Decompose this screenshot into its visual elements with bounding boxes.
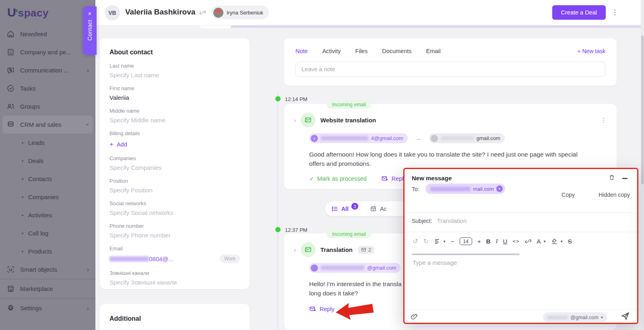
- copy-link-icon[interactable]: [199, 9, 206, 16]
- position-field[interactable]: Specify Position: [109, 187, 240, 194]
- kebab-menu-icon[interactable]: ⋮: [611, 8, 618, 16]
- incoming-envelope-icon: [301, 113, 316, 128]
- social-networks-field[interactable]: Specify Social networks: [109, 209, 240, 216]
- cc-button[interactable]: Copy: [561, 192, 575, 198]
- additional-card: Additional: [100, 304, 250, 330]
- sidebar-item-label: Newsfeed: [20, 31, 47, 37]
- minimize-icon[interactable]: [622, 178, 627, 179]
- filter-activity-button[interactable]: Ac: [370, 205, 386, 212]
- companies-field[interactable]: Specify Companies: [109, 164, 240, 171]
- email-subject[interactable]: Translation: [320, 246, 353, 253]
- sidebar-item-crm-and-sales[interactable]: CRM and sales ›: [2, 116, 93, 134]
- sidebar-item-smart-objects[interactable]: Smart objects ›: [0, 260, 95, 278]
- phone-number-field[interactable]: Specify Phone number: [109, 232, 240, 239]
- trash-icon[interactable]: [609, 174, 615, 181]
- add-billing-details-button[interactable]: +Add: [109, 140, 240, 148]
- text-color-icon[interactable]: A: [537, 238, 541, 245]
- tab-note[interactable]: Note: [295, 48, 308, 54]
- responsible-user-pill[interactable]: Iryna Serbeniuk: [211, 6, 269, 19]
- sidebar-item-newsfeed[interactable]: Newsfeed: [0, 25, 95, 43]
- note-input[interactable]: [295, 62, 605, 77]
- tab-files[interactable]: Files: [355, 48, 368, 54]
- sidebar-item-label: Marketplace: [20, 285, 53, 292]
- scrollbar-track[interactable]: [641, 0, 644, 330]
- uspacy-logo[interactable]: Uspacy: [7, 6, 49, 19]
- close-icon[interactable]: ×: [88, 10, 92, 16]
- first-name-field[interactable]: Valeriia: [109, 94, 240, 101]
- code-icon[interactable]: <>: [512, 238, 519, 244]
- align-icon[interactable]: [434, 238, 441, 245]
- sidebar-subitem-activities[interactable]: Activities: [0, 206, 95, 224]
- remove-recipient-icon[interactable]: ×: [496, 186, 503, 192]
- sidebar-item-marketplace[interactable]: Marketplace: [0, 280, 95, 298]
- timeline-dot: [275, 96, 281, 101]
- bullet-icon: [22, 142, 23, 144]
- from-email-pill[interactable]: @gmail.com: [309, 263, 400, 273]
- sidebar-subitem-companies[interactable]: Companies: [0, 188, 95, 206]
- email-thread-count-badge: 2: [357, 246, 375, 254]
- expand-chevron-icon[interactable]: ›: [294, 117, 296, 124]
- email-field[interactable]: 0804@...: [149, 256, 173, 262]
- chevron-down-icon[interactable]: ▾: [544, 239, 546, 243]
- sidebar-subitem-contacts[interactable]: Contacts: [0, 170, 95, 188]
- timeline-dot: [275, 227, 281, 232]
- bullet-icon: [22, 251, 23, 252]
- chevron-down-icon: ▾: [601, 315, 603, 320]
- email-subject[interactable]: Website translation: [320, 117, 376, 124]
- chevron-down-icon[interactable]: ▾: [444, 239, 446, 243]
- sidebar-item-communication[interactable]: Communication ... ›: [0, 61, 95, 79]
- sidebar-subitem-products[interactable]: Products: [0, 242, 95, 260]
- chevron-down-icon: ›: [85, 124, 91, 126]
- to-email-pill[interactable]: gmail.com: [429, 133, 505, 143]
- underline-icon[interactable]: U: [503, 238, 508, 245]
- subject-input[interactable]: Translation: [437, 217, 467, 224]
- reply-button[interactable]: Reply: [381, 175, 407, 182]
- create-deal-button[interactable]: Create a Deal: [552, 5, 606, 20]
- strikethrough-icon[interactable]: S: [568, 238, 572, 245]
- new-task-button[interactable]: + New task: [577, 48, 605, 54]
- decrease-font-icon[interactable]: −: [451, 238, 454, 245]
- middle-name-field[interactable]: Specify Middle name: [109, 117, 240, 124]
- expand-chevron-icon[interactable]: ›: [294, 246, 296, 253]
- external-channels-field[interactable]: Specify Зовнішні канали: [109, 279, 240, 286]
- toolbar-scrollbar[interactable]: [412, 254, 520, 255]
- sidebar-item-company-and-people[interactable]: Company and pe... ›: [0, 43, 95, 61]
- scrollbar-thumb[interactable]: [641, 35, 644, 184]
- from-email-pill[interactable]: v 4@gmail.com: [309, 133, 408, 143]
- tab-activity[interactable]: Activity: [322, 48, 341, 54]
- new-message-panel: New message To: mail.com × Copy Hidden c…: [403, 168, 638, 324]
- highlight-color-icon[interactable]: [551, 238, 558, 245]
- recipient-chip[interactable]: mail.com ×: [425, 184, 505, 194]
- sidebar-item-settings[interactable]: Settings ›: [0, 299, 95, 317]
- undo-icon[interactable]: ↺: [413, 237, 418, 245]
- mark-as-processed-button[interactable]: ✓ Mark as processed: [309, 175, 367, 182]
- incoming-envelope-icon: [301, 242, 316, 257]
- increase-font-icon[interactable]: +: [477, 238, 481, 245]
- tab-documents[interactable]: Documents: [382, 48, 411, 54]
- contact-panel-tab[interactable]: × Contact: [83, 6, 97, 55]
- message-body-input[interactable]: Type a message: [413, 259, 457, 266]
- send-button[interactable]: [621, 311, 630, 321]
- sidebar-item-groups[interactable]: Groups: [0, 97, 95, 116]
- sidebar-item-label: Smart objects: [20, 266, 57, 273]
- sidebar-subitem-call-log[interactable]: Call log: [0, 224, 95, 242]
- attach-file-icon[interactable]: [410, 312, 418, 321]
- sidebar-subitem-leads[interactable]: Leads: [0, 134, 95, 152]
- from-account-select[interactable]: @gmail.com ▾: [543, 312, 607, 322]
- bcc-button[interactable]: Hidden copy: [599, 192, 630, 198]
- link-icon[interactable]: [525, 238, 532, 245]
- sidebar-item-tasks[interactable]: Tasks: [0, 79, 95, 97]
- redo-icon[interactable]: ↻: [423, 237, 428, 245]
- font-size-box[interactable]: 14: [460, 237, 472, 245]
- last-name-field[interactable]: Specify Last name: [109, 72, 240, 78]
- bold-icon[interactable]: B: [486, 238, 491, 245]
- sidebar-item-label: Communication ...: [20, 67, 69, 74]
- chevron-down-icon[interactable]: ▾: [561, 239, 563, 243]
- italic-icon[interactable]: I: [496, 238, 498, 245]
- kebab-menu-icon[interactable]: ⋮: [601, 116, 607, 124]
- reply-button[interactable]: Reply: [309, 305, 334, 313]
- envelope-icon: [361, 247, 366, 252]
- filter-all-button[interactable]: All: [341, 206, 349, 212]
- sidebar-subitem-deals[interactable]: Deals: [0, 152, 95, 170]
- tab-email[interactable]: Email: [426, 48, 441, 54]
